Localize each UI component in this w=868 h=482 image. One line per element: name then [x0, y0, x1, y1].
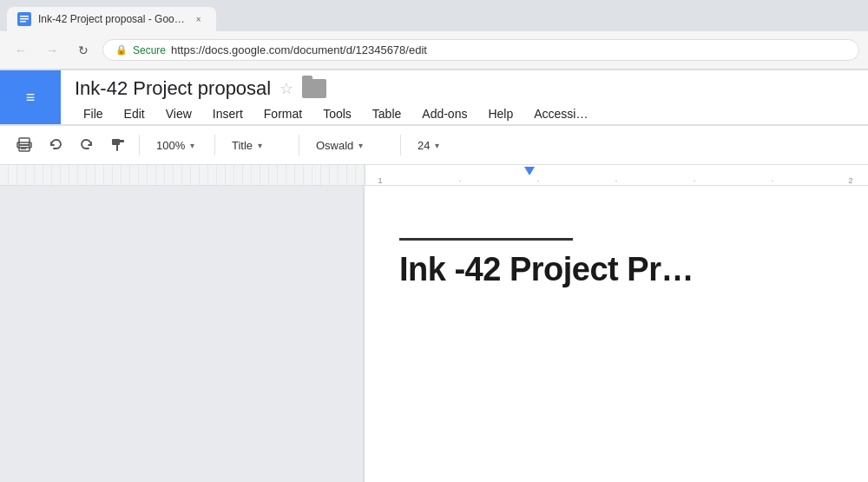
menu-help[interactable]: Help [479, 103, 522, 124]
tab-close-button[interactable]: × [192, 12, 206, 26]
style-value: Title [232, 139, 253, 152]
undo-button[interactable] [42, 131, 69, 159]
menu-format[interactable]: Format [255, 103, 311, 124]
menu-tools[interactable]: Tools [314, 103, 360, 124]
paint-format-button[interactable] [104, 131, 132, 159]
menu-edit[interactable]: Edit [115, 103, 154, 124]
font-size-value: 24 [418, 139, 430, 152]
ruler-num-2: 2 [848, 176, 852, 185]
ruler-num-dot-5: · [772, 176, 774, 185]
svg-rect-11 [116, 142, 118, 151]
secure-icon: 🔒 [115, 44, 128, 56]
document-title[interactable]: Ink-42 Project proposal [75, 77, 271, 100]
docs-content: Ink -42 Project Pr… [0, 186, 868, 482]
hamburger-icon: ≡ [26, 89, 36, 107]
menu-accessibility[interactable]: Accessi… [525, 103, 596, 124]
toolbar-divider-2 [214, 135, 215, 155]
menu-addons[interactable]: Add-ons [413, 103, 476, 124]
browser-chrome: Ink-42 Project proposal - Goo… × ← → ↻ 🔒… [0, 0, 868, 70]
svg-rect-1 [20, 16, 29, 17]
zoom-selector[interactable]: 100% ▾ [147, 135, 207, 156]
zoom-arrow-icon: ▾ [190, 141, 194, 150]
star-icon[interactable]: ☆ [279, 79, 293, 98]
style-selector[interactable]: Title ▾ [222, 135, 292, 156]
size-arrow-icon: ▾ [435, 141, 439, 150]
url-bar[interactable]: 🔒 Secure https://docs.google.com/documen… [102, 39, 859, 61]
svg-rect-2 [20, 18, 29, 20]
menu-view[interactable]: View [157, 103, 201, 124]
style-arrow-icon: ▾ [258, 141, 262, 150]
tab-title: Ink-42 Project proposal - Goo… [38, 13, 185, 25]
zoom-value: 100% [156, 139, 185, 152]
address-bar: ← → ↻ 🔒 Secure https://docs.google.com/d… [0, 31, 868, 69]
svg-rect-4 [19, 138, 30, 145]
forward-button[interactable]: → [40, 38, 64, 63]
svg-rect-12 [118, 140, 124, 142]
svg-rect-7 [21, 149, 26, 149]
secure-label: Secure [133, 44, 166, 56]
docs-left-margin [0, 186, 365, 482]
docs-title-row: Ink-42 Project proposal ☆ [61, 77, 868, 103]
font-selector[interactable]: Oswald ▾ [306, 135, 393, 156]
docs-header: ≡ Ink-42 Project proposal ☆ File Edit Vi… [0, 70, 868, 125]
font-size-selector[interactable]: 24 ▾ [408, 135, 451, 156]
ruler-numbers: 1 · · · · · 2 [0, 175, 868, 176]
sidebar-menu-button[interactable]: ≡ [0, 70, 61, 124]
tab-favicon [17, 12, 31, 26]
ruler-num-1: 1 [378, 176, 382, 185]
menu-file[interactable]: File [75, 103, 112, 124]
refresh-button[interactable]: ↻ [71, 38, 95, 63]
paint-format-icon [110, 137, 126, 153]
back-button[interactable]: ← [9, 38, 33, 63]
page-title: Ink -42 Project Pr… [399, 251, 833, 288]
docs-header-right: Ink-42 Project proposal ☆ File Edit View… [61, 70, 868, 124]
menu-table[interactable]: Table [364, 103, 410, 124]
svg-rect-3 [20, 21, 26, 23]
font-value: Oswald [316, 139, 353, 152]
url-text: https://docs.google.com/document/d/12345… [171, 43, 427, 56]
menu-bar: File Edit View Insert Format Tools Table… [61, 103, 868, 124]
ruler-num-dot-3: · [615, 176, 618, 185]
active-tab[interactable]: Ink-42 Project proposal - Goo… × [7, 7, 216, 31]
toolbar: 100% ▾ Title ▾ Oswald ▾ 24 ▾ [0, 125, 868, 165]
menu-insert[interactable]: Insert [204, 103, 252, 124]
folder-icon[interactable] [302, 79, 326, 98]
ruler: 1 · · · · · 2 [0, 165, 868, 186]
redo-icon [79, 137, 95, 153]
undo-icon [48, 137, 63, 153]
ruler-num-dot-4: · [694, 176, 696, 185]
toolbar-divider-1 [139, 135, 140, 155]
ruler-num-dot-1: · [459, 176, 462, 185]
print-icon [16, 137, 32, 153]
docs-page[interactable]: Ink -42 Project Pr… [365, 186, 868, 482]
ruler-num-dot-2: · [537, 176, 540, 185]
ruler-tab-marker[interactable] [524, 167, 535, 175]
tab-bar: Ink-42 Project proposal - Goo… × [0, 0, 868, 31]
redo-button[interactable] [73, 131, 101, 159]
toolbar-divider-3 [299, 135, 299, 155]
page-title-underline [399, 238, 573, 241]
toolbar-divider-4 [400, 135, 401, 155]
font-arrow-icon: ▾ [358, 141, 363, 150]
docs-app: ≡ Ink-42 Project proposal ☆ File Edit Vi… [0, 70, 868, 482]
print-button[interactable] [10, 131, 38, 159]
svg-rect-9 [28, 144, 30, 146]
